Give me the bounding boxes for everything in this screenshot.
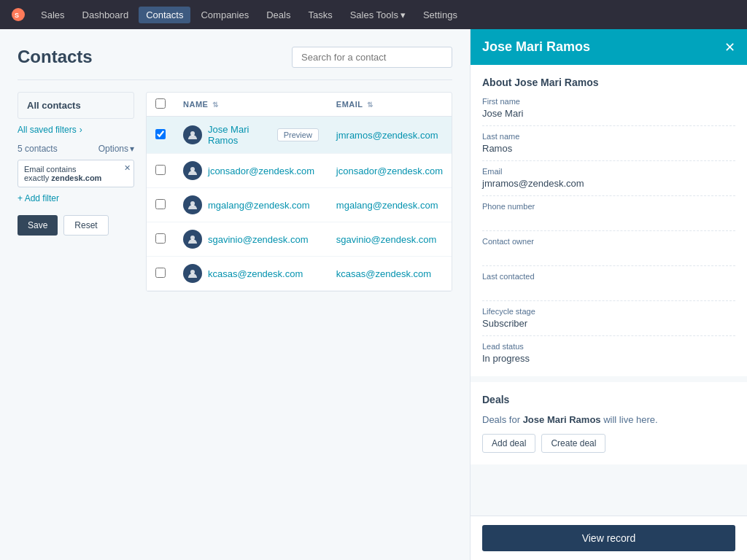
filter-tag-close[interactable]: ✕ xyxy=(124,163,131,173)
row-checkbox[interactable] xyxy=(155,268,166,278)
avatar xyxy=(183,264,202,283)
chevron-down-icon: ▾ xyxy=(130,144,134,154)
contact-name-cell: Jose Mari Ramos Preview xyxy=(183,124,319,146)
reset-filter-button[interactable]: Reset xyxy=(63,215,108,236)
row-email-cell: jmramos@zendesk.com xyxy=(328,117,452,154)
field-value-first-name: Jose Mari xyxy=(482,108,735,120)
left-content: Contacts All contacts All saved filters … xyxy=(0,29,470,560)
name-column-header[interactable]: NAME ⇅ xyxy=(174,93,328,117)
panel-header: Jose Mari Ramos ✕ xyxy=(471,29,747,65)
email-link[interactable]: jconsador@zendesk.com xyxy=(336,166,443,176)
row-name-cell: jconsador@zendesk.com xyxy=(174,154,328,188)
row-name-cell: Jose Mari Ramos Preview xyxy=(174,117,328,154)
table-header: NAME ⇅ EMAIL ⇅ xyxy=(147,93,452,117)
row-checkbox[interactable] xyxy=(155,129,166,139)
row-checkbox[interactable] xyxy=(155,199,166,209)
row-checkbox-cell xyxy=(147,188,174,222)
hubspot-logo: S xyxy=(12,8,25,21)
add-deal-button[interactable]: Add deal xyxy=(482,434,535,453)
contact-detail-panel: Jose Mari Ramos ✕ About Jose Mari Ramos … xyxy=(470,29,747,560)
nav-item-sales-tools[interactable]: Sales Tools ▾ xyxy=(343,7,413,23)
email-link[interactable]: jmramos@zendesk.com xyxy=(336,130,438,141)
row-checkbox-cell xyxy=(147,154,174,188)
avatar xyxy=(183,161,202,180)
nav-item-companies[interactable]: Companies xyxy=(193,7,256,23)
table-row[interactable]: kcasas@zendesk.com kcasas@zendesk.com xyxy=(147,257,452,291)
field-email: Email jmramos@zendesk.com xyxy=(482,167,735,196)
field-label-phone: Phone number xyxy=(482,202,735,211)
table-row[interactable]: sgavinio@zendesk.com sgavinio@zendesk.co… xyxy=(147,222,452,257)
field-label-lead-status: Lead status xyxy=(482,342,735,351)
nav-item-deals[interactable]: Deals xyxy=(259,7,298,23)
panel-close-button[interactable]: ✕ xyxy=(724,41,735,54)
row-email-cell: jconsador@zendesk.com xyxy=(328,154,452,188)
nav-item-contacts[interactable]: Contacts xyxy=(139,7,190,23)
email-link[interactable]: kcasas@zendesk.com xyxy=(336,268,431,279)
contact-name-link[interactable]: mgalang@zendesk.com xyxy=(208,200,310,211)
create-deal-button[interactable]: Create deal xyxy=(541,434,605,453)
row-email-cell: kcasas@zendesk.com xyxy=(328,257,452,291)
field-last-contacted: Last contacted xyxy=(482,272,735,301)
row-checkbox[interactable] xyxy=(155,233,166,244)
field-contact-owner: Contact owner xyxy=(482,237,735,266)
email-sort-icon: ⇅ xyxy=(367,101,374,109)
row-email-cell: sgavinio@zendesk.com xyxy=(328,222,452,257)
preview-button[interactable]: Preview xyxy=(277,128,319,141)
save-filter-button[interactable]: Save xyxy=(18,215,58,236)
field-label-first-name: First name xyxy=(482,97,735,106)
search-bar-area xyxy=(292,47,452,68)
contacts-table: NAME ⇅ EMAIL ⇅ xyxy=(146,92,452,292)
filter-tag-line2: exactly zendesk.com xyxy=(24,174,128,182)
contact-count: 5 contacts xyxy=(18,144,58,154)
contact-name-cell: mgalang@zendesk.com xyxy=(183,195,319,214)
page-title: Contacts xyxy=(18,47,93,67)
field-first-name: First name Jose Mari xyxy=(482,97,735,126)
field-value-lead-status: In progress xyxy=(482,353,735,365)
panel-title: Jose Mari Ramos xyxy=(482,39,590,55)
row-name-cell: kcasas@zendesk.com xyxy=(174,257,328,291)
page-divider xyxy=(18,79,452,80)
deals-description: Deals for Jose Mari Ramos will live here… xyxy=(482,414,735,425)
row-checkbox-cell xyxy=(147,117,174,154)
panel-body: About Jose Mari Ramos First name Jose Ma… xyxy=(471,65,747,516)
top-navigation: S Sales Dashboard Contacts Companies Dea… xyxy=(0,0,747,29)
nav-item-tasks[interactable]: Tasks xyxy=(301,7,339,23)
name-sort-icon: ⇅ xyxy=(212,101,219,109)
avatar xyxy=(183,125,202,144)
select-all-checkbox[interactable] xyxy=(155,98,166,109)
table-row[interactable]: Jose Mari Ramos Preview jmramos@zendesk.… xyxy=(147,117,452,154)
field-value-last-contacted xyxy=(482,283,735,295)
field-value-phone xyxy=(482,213,735,225)
field-phone: Phone number xyxy=(482,202,735,231)
nav-item-dashboard[interactable]: Dashboard xyxy=(75,7,136,23)
deals-section-title: Deals xyxy=(482,394,735,405)
search-contact-input[interactable] xyxy=(292,47,452,68)
add-filter-button[interactable]: + Add filter xyxy=(18,193,134,203)
email-column-header[interactable]: EMAIL ⇅ xyxy=(328,93,452,117)
field-label-lifecycle: Lifecycle stage xyxy=(482,307,735,316)
contact-name-link[interactable]: kcasas@zendesk.com xyxy=(208,268,303,279)
email-link[interactable]: mgalang@zendesk.com xyxy=(336,200,438,211)
contact-name-link[interactable]: Jose Mari Ramos xyxy=(208,124,267,146)
filter-sidebar: All contacts All saved filters › 5 conta… xyxy=(18,92,134,292)
filter-actions: Save Reset xyxy=(18,215,134,236)
field-label-email: Email xyxy=(482,167,735,176)
table-row[interactable]: jconsador@zendesk.com jconsador@zendesk.… xyxy=(147,154,452,188)
view-record-button[interactable]: View record xyxy=(482,525,735,551)
deals-buttons: Add deal Create deal xyxy=(482,434,735,453)
saved-filters-link[interactable]: All saved filters › xyxy=(18,125,134,135)
table-row[interactable]: mgalang@zendesk.com mgalang@zendesk.com xyxy=(147,188,452,222)
contact-name-link[interactable]: jconsador@zendesk.com xyxy=(208,166,314,176)
table-container: NAME ⇅ EMAIL ⇅ xyxy=(146,92,452,292)
nav-item-settings[interactable]: Settings xyxy=(416,7,465,23)
row-name-cell: sgavinio@zendesk.com xyxy=(174,222,328,257)
options-button[interactable]: Options ▾ xyxy=(98,144,134,154)
nav-item-sales[interactable]: Sales xyxy=(34,7,72,23)
contact-name-cell: sgavinio@zendesk.com xyxy=(183,230,319,249)
email-link[interactable]: sgavinio@zendesk.com xyxy=(336,234,436,245)
field-value-email: jmramos@zendesk.com xyxy=(482,178,735,190)
row-checkbox[interactable] xyxy=(155,165,166,175)
main-layout: Contacts All contacts All saved filters … xyxy=(0,29,747,560)
row-checkbox-cell xyxy=(147,257,174,291)
contact-name-link[interactable]: sgavinio@zendesk.com xyxy=(208,234,308,245)
